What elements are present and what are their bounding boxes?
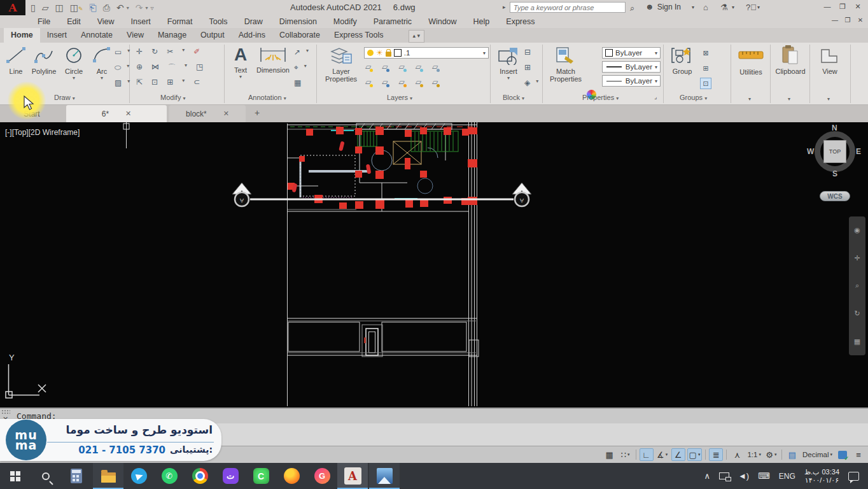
taskbar-search-button[interactable] [31, 463, 61, 489]
array-icon[interactable]: ⊞ [167, 78, 173, 87]
ellipse-dropdown-icon[interactable]: ▾ [127, 63, 129, 72]
hatch-dropdown-icon[interactable]: ▾ [127, 78, 130, 87]
save-as-icon[interactable]: ◫✎ [70, 3, 83, 13]
file-tab-6[interactable]: 6* ✕ [66, 105, 167, 122]
arc-button[interactable]: Arc ▾ [90, 46, 113, 81]
taskbar-calculator[interactable] [61, 463, 92, 489]
lineweight-dropdown[interactable]: ByLayer ▾ [602, 61, 661, 73]
layer-on-all-icon[interactable]: ▱ [365, 78, 371, 87]
insert-block-button[interactable]: Insert ▾ [495, 46, 522, 81]
rectangle-dropdown-icon[interactable]: ▾ [127, 48, 130, 57]
gear-dropdown-icon[interactable]: ▾ [774, 452, 777, 457]
redo-dropdown-icon[interactable]: ▾ [145, 5, 148, 11]
layer-on-icon[interactable] [367, 50, 374, 56]
ribbon-tab-express-tools[interactable]: Express Tools [327, 28, 391, 43]
volume-icon[interactable]: ◄) [738, 471, 749, 481]
wcs-dropdown[interactable]: WCS [820, 191, 850, 201]
taskbar-autocad[interactable]: A [337, 463, 368, 489]
ortho-mode-toggle[interactable]: ∟ [640, 448, 654, 461]
doc-restore-button[interactable]: ❐ [841, 17, 854, 24]
move-icon[interactable]: ✛ [136, 47, 143, 56]
layer-match-icon[interactable]: ▱ [432, 78, 438, 87]
layer-thaw-icon[interactable]: ☀ [376, 48, 383, 57]
circle-button[interactable]: Circle ▾ [60, 46, 88, 81]
sign-in-dropdown-icon[interactable]: ▾ [692, 4, 694, 10]
menu-format[interactable]: Format [159, 17, 201, 26]
showmotion-icon[interactable]: ▦ [854, 337, 860, 346]
file-tab-block[interactable]: block* ✕ [169, 105, 246, 122]
share-dropdown-icon[interactable]: ▾ [732, 4, 734, 10]
minimize-button[interactable]: — [820, 3, 835, 11]
scale-icon[interactable]: ⊡ [151, 78, 158, 87]
search-icon[interactable]: ⌕ [630, 3, 634, 13]
viewcube-north[interactable]: N [832, 124, 837, 132]
group-edit-tool[interactable]: ⊞ [700, 62, 711, 74]
app-store-cart-icon[interactable]: ⌂ [703, 3, 708, 12]
menu-draw[interactable]: Draw [236, 17, 271, 26]
arc-dropdown-icon[interactable]: ▾ [90, 75, 113, 81]
menu-insert[interactable]: Insert [123, 17, 159, 26]
annotation-visibility-toggle[interactable]: ⋏ [730, 448, 744, 461]
viewcube-top-face[interactable]: TOP [823, 140, 846, 163]
fillet-dropdown-icon[interactable]: ▾ [185, 62, 187, 73]
properties-panel-label[interactable]: Properties ▾ [582, 94, 619, 101]
block-panel-label[interactable]: Block ▾ [503, 94, 524, 101]
action-center-icon[interactable] [848, 472, 859, 481]
orbit-icon[interactable]: ↻ [854, 309, 860, 318]
text-button[interactable]: A Text ▾ [229, 45, 252, 80]
taskbar-clock[interactable]: ب.ظ 03:34 ۱۴۰۰/۰۱/۰۶ [804, 468, 839, 485]
workspace-switching-control[interactable] [836, 448, 850, 461]
close-tab-icon[interactable]: ✕ [125, 110, 131, 118]
osnap-dropdown-icon[interactable]: ▾ [698, 452, 701, 457]
lineweight-dropdown-icon[interactable]: ▾ [655, 64, 657, 70]
osnap-tracking-toggle[interactable]: ∠ [671, 448, 685, 461]
dim-style-dropdown-icon[interactable]: ▾ [304, 63, 307, 72]
hatch-tool[interactable]: ▨▾ [115, 78, 130, 87]
object-snap-toggle[interactable]: ▢▾ [687, 448, 703, 461]
taskbar-chrome[interactable] [185, 463, 215, 489]
snap-dropdown-icon[interactable]: ▾ [627, 452, 630, 457]
navigation-bar[interactable]: ◉ ✛ ⌕ ↻ ▦ [849, 216, 865, 355]
ribbon-tab-annotate[interactable]: Annotate [74, 28, 120, 43]
full-navigation-wheel-icon[interactable]: ◉ [854, 226, 860, 234]
sheet-transfer-icon[interactable]: ⎗ [90, 3, 97, 13]
group-selection-toggle[interactable]: ⊡ [700, 78, 711, 89]
layer-thaw-all-icon[interactable]: ▱ [398, 78, 404, 87]
viewcube-south[interactable]: S [832, 169, 837, 178]
search-collapse-icon[interactable]: ▸ [503, 4, 506, 10]
rotate-icon[interactable]: ↻ [151, 47, 158, 56]
sign-in-label[interactable]: Sign In [657, 3, 681, 11]
layer-freeze-icon[interactable]: ▱ [398, 62, 404, 71]
taskbar-eitaa[interactable]: ت [215, 463, 246, 489]
block-edit-tool[interactable]: ⊟ [524, 48, 531, 57]
object-color-dropdown[interactable]: ByLayer ▾ [602, 47, 661, 59]
layer-make-current-icon[interactable]: ▱ [432, 62, 438, 71]
customize-qat-icon[interactable]: ▿ [150, 4, 153, 11]
new-tab-button[interactable]: + [255, 108, 260, 118]
restore-button[interactable]: ❐ [835, 3, 850, 11]
polar-dropdown-icon[interactable]: ▾ [666, 452, 668, 457]
ribbon-tab-manage[interactable]: Manage [151, 28, 193, 43]
menu-dimension[interactable]: Dimension [271, 17, 325, 26]
linetype-dropdown[interactable]: ByLayer ▾ [602, 75, 661, 87]
block-attributes-tool[interactable]: ⊞ [524, 63, 531, 72]
trim-dropdown-icon[interactable]: ▾ [182, 47, 185, 56]
layer-unisolate-icon[interactable]: ▱ [382, 78, 388, 87]
viewcube-east[interactable]: E [856, 147, 861, 156]
ungroup-tool[interactable]: ⊠ [700, 47, 711, 59]
match-properties-button[interactable]: Match Properties [547, 46, 584, 83]
dimension-button[interactable]: Dimension [253, 46, 293, 74]
doc-close-button[interactable]: ✕ [854, 17, 867, 24]
view-button[interactable]: View [816, 46, 844, 75]
line-button[interactable]: Line [4, 46, 28, 75]
lineweight-display-toggle[interactable]: ≣ [709, 448, 723, 461]
insert-dropdown-icon[interactable]: ▾ [495, 75, 522, 81]
taskbar-firefox[interactable] [276, 463, 307, 489]
annotation-monitor-toggle[interactable]: ▤ [785, 448, 799, 461]
linetype-dropdown-icon[interactable]: ▾ [655, 78, 657, 84]
ribbon-tab-home[interactable]: Home [4, 28, 40, 43]
layer-unlock-all-icon[interactable]: ▱ [416, 78, 421, 87]
layer-off-icon[interactable]: ▱ [365, 62, 371, 71]
menu-parametric[interactable]: Parametric [365, 17, 420, 26]
block-define-tool[interactable]: ◈▾ [524, 78, 538, 87]
